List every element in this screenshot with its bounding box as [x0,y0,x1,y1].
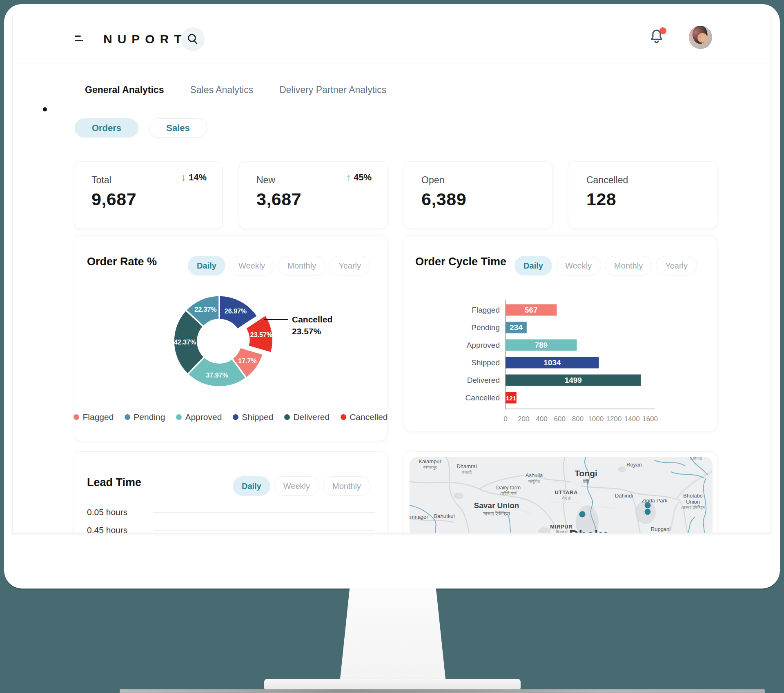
stat-card-cancelled: Cancelled 128 [569,161,717,229]
svg-text:37.97%: 37.97% [206,372,228,379]
svg-text:0: 0 [503,415,507,423]
stat-label: Open [421,175,444,186]
svg-text:400: 400 [536,415,547,423]
stat-label: Total [91,175,111,186]
filter-daily[interactable]: Daily [188,256,225,275]
legend-dot [284,414,290,420]
svg-text:22.37%: 22.37% [194,306,216,313]
svg-text:200: 200 [518,415,529,423]
order-rate-card: Order Rate % Daily Weekly Monthly Yearly… [74,235,388,441]
order-cycle-bar-chart: Flagged567Pending234Approved789Shipped10… [404,236,718,432]
desk-edge [120,689,765,693]
app-logo: NUPORT [103,32,187,46]
filter-monthly[interactable]: Monthly [278,256,325,275]
stat-value: 9,687 [91,189,136,209]
delivery-map[interactable]: KalampurকালামপুরDhamraiধামরাইAshuliaআশুল… [410,457,713,533]
filter-monthly[interactable]: Monthly [323,476,370,496]
svg-text:1400: 1400 [624,415,640,423]
legend-label: Flagged [82,412,114,422]
order-rate-legend: Flagged Pending Approved Shipped Deliver… [74,412,387,422]
legend-item-flagged: Flagged [74,412,114,422]
dashboard-screen: NUPORT General Analytics Sales Analytics… [12,15,771,533]
order-rate-title: Order Rate % [87,255,157,268]
map-delivery-marker [645,509,651,515]
svg-text:1499: 1499 [565,376,582,384]
donut-callout: Cancelled 23.57% [292,313,332,337]
stat-delta: ↓ 14% [181,171,207,183]
filter-weekly[interactable]: Weekly [229,256,274,275]
delta-value: 45% [354,172,372,183]
stat-value: 128 [586,189,616,209]
legend-dot [74,414,79,420]
user-avatar[interactable] [689,26,712,49]
svg-text:121: 121 [506,395,516,402]
callout-line [264,319,288,320]
active-tab-indicator [43,107,47,111]
svg-text:1200: 1200 [606,415,622,423]
notifications-button[interactable] [649,28,666,47]
tab-general-analytics[interactable]: General Analytics [85,84,164,96]
lead-time-row-label: 0.05 hours [87,507,127,517]
legend-label: Approved [185,412,222,422]
legend-label: Cancelled [350,412,388,422]
filter-weekly[interactable]: Weekly [274,476,319,496]
callout-label: Cancelled [292,313,332,325]
stat-card-total: Total ↓ 14% 9,687 [74,161,223,229]
legend-dot [233,414,238,420]
legend-item-cancelled: Cancelled [341,412,388,422]
svg-text:800: 800 [572,415,584,423]
orders-sales-toggle: Orders Sales [75,118,207,138]
map-delivery-marker [645,502,651,509]
svg-text:789: 789 [535,341,548,349]
svg-text:600: 600 [554,415,566,423]
svg-text:Approved: Approved [467,341,500,349]
order-cycle-card: Order Cycle Time Daily Weekly Monthly Ye… [404,235,717,431]
svg-text:Pending: Pending [471,323,500,332]
filter-daily[interactable]: Daily [233,476,270,496]
lead-time-card: Lead Time Daily Weekly Monthly 0.05 hour… [74,451,388,533]
svg-text:23.57%: 23.57% [250,331,272,338]
order-rate-filters: Daily Weekly Monthly Yearly [188,256,370,275]
map-delivery-marker [579,511,586,518]
legend-item-approved: Approved [176,412,222,422]
svg-text:1600: 1600 [642,415,658,423]
arrow-up-icon: ↑ [346,171,351,183]
svg-text:42.37%: 42.37% [174,339,196,346]
legend-label: Shipped [242,412,273,422]
toggle-sales[interactable]: Sales [149,118,207,138]
lead-time-row-track [153,512,375,513]
tab-delivery-partner-analytics[interactable]: Delivery Partner Analytics [279,84,386,96]
legend-item-pending: Pending [125,412,165,422]
lead-time-filters: Daily Weekly Monthly [233,476,370,496]
svg-text:26.97%: 26.97% [225,308,247,315]
legend-label: Delivered [293,412,330,422]
stat-label: New [256,175,275,186]
svg-text:1034: 1034 [543,358,561,367]
legend-dot [176,414,182,420]
svg-text:17.7%: 17.7% [238,358,256,364]
toggle-orders[interactable]: Orders [75,118,138,138]
svg-text:Delivered: Delivered [467,376,500,384]
svg-text:234: 234 [510,323,523,332]
search-icon [187,33,199,45]
svg-text:Flagged: Flagged [472,306,500,314]
lead-time-title: Lead Time [87,476,141,489]
stat-value: 6,389 [421,189,466,209]
app-header: NUPORT [13,15,771,63]
legend-label: Pending [134,412,165,422]
stat-card-open: Open 6,389 [404,161,552,229]
arrow-down-icon: ↓ [181,171,186,183]
filter-yearly[interactable]: Yearly [329,256,370,275]
svg-text:1000: 1000 [588,415,604,423]
svg-text:Cancelled: Cancelled [466,393,500,402]
legend-dot [341,414,346,420]
svg-text:567: 567 [525,306,538,314]
stat-label: Cancelled [586,175,628,186]
tab-sales-analytics[interactable]: Sales Analytics [190,84,253,96]
delivery-map-card: KalampurকালামপুরDhamraiধামরাইAshuliaআশুল… [404,451,717,533]
stat-delta: ↑ 45% [346,171,372,183]
menu-icon[interactable] [75,35,85,44]
analytics-tabs: General Analytics Sales Analytics Delive… [85,84,386,96]
search-button[interactable] [181,27,205,51]
delta-value: 14% [189,172,207,183]
